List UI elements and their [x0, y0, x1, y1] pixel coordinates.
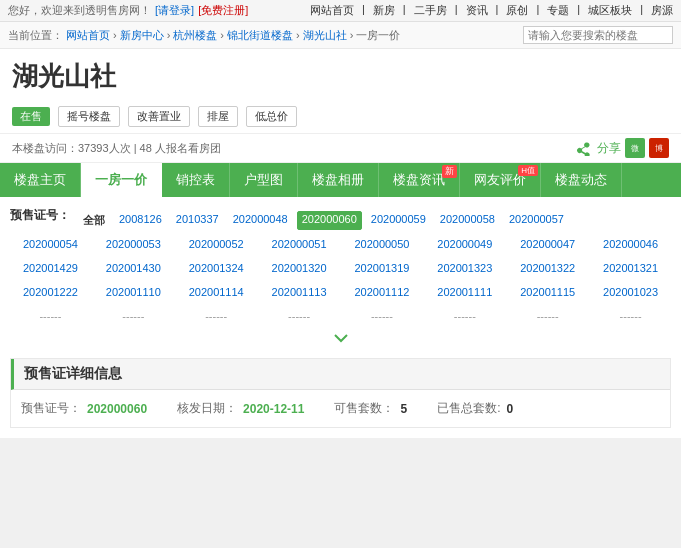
cert-all[interactable]: 全部: [78, 211, 110, 230]
top-bar-right: 网站首页| 新房| 二手房| 资讯| 原创| 专题| 城区板块| 房源: [310, 3, 673, 18]
top-bar-left: 您好，欢迎来到透明售房网！ [请登录] [免费注册]: [8, 3, 248, 18]
top-bar: 您好，欢迎来到透明售房网！ [请登录] [免费注册] 网站首页| 新房| 二手房…: [0, 0, 681, 22]
stats-bar: 本楼盘访问：37393人次 | 48 人报名看房团 分享 微 博: [0, 134, 681, 163]
cert-202001320[interactable]: 202001320: [259, 258, 340, 278]
cert-filter: 预售证号： 全部 2008126 2010337 202000048 20200…: [10, 207, 671, 350]
status-badge: 在售: [12, 107, 50, 126]
cert-202000053[interactable]: 202000053: [93, 234, 174, 254]
tab-control[interactable]: 销控表: [162, 163, 230, 197]
nav-original[interactable]: 原创: [506, 3, 528, 18]
available-count-label: 可售套数：: [334, 400, 394, 417]
cert-202000058[interactable]: 202000058: [435, 211, 500, 230]
breadcrumb-street[interactable]: 锦北街道楼盘: [227, 28, 293, 43]
cert-202000049[interactable]: 202000049: [424, 234, 505, 254]
tab-layout[interactable]: 户型图: [230, 163, 298, 197]
cert-202000051[interactable]: 202000051: [259, 234, 340, 254]
cert-2010337[interactable]: 2010337: [171, 211, 224, 230]
cert-202000047[interactable]: 202000047: [507, 234, 588, 254]
tab-review[interactable]: 网友评价H值: [460, 163, 541, 197]
tab-news[interactable]: 楼盘资讯新: [379, 163, 460, 197]
tab-price[interactable]: 一房一价: [81, 163, 162, 197]
nav-tabs: 楼盘主页 一房一价 销控表 户型图 楼盘相册 楼盘资讯新 网友评价H值 楼盘动态: [0, 163, 681, 197]
nav-news[interactable]: 资讯: [466, 3, 488, 18]
cert-dimmed-1: ------: [10, 306, 91, 326]
cert-202001429[interactable]: 202001429: [10, 258, 91, 278]
lottery-button[interactable]: 摇号楼盘: [58, 106, 120, 127]
nav-second[interactable]: 二手房: [414, 3, 447, 18]
sold-count-label: 已售总套数:: [437, 400, 500, 417]
cert-number-label: 预售证号：: [21, 400, 81, 417]
improve-button[interactable]: 改善置业: [128, 106, 190, 127]
wechat-share-icon[interactable]: 微: [625, 138, 645, 158]
detail-section: 预售证详细信息 预售证号： 202000060 核发日期： 2020-12-11…: [10, 358, 671, 428]
cert-number-value: 202000060: [87, 402, 147, 416]
nav-topic[interactable]: 专题: [547, 3, 569, 18]
breadcrumb-property[interactable]: 湖光山社: [303, 28, 347, 43]
cert-202001115[interactable]: 202001115: [507, 282, 588, 302]
cert-202001222[interactable]: 202001222: [10, 282, 91, 302]
visit-stats: 本楼盘访问：37393人次 | 48 人报名看房团: [12, 141, 221, 156]
nav-district[interactable]: 城区板块: [588, 3, 632, 18]
news-badge: 新: [442, 165, 457, 178]
cert-202001110[interactable]: 202001110: [93, 282, 174, 302]
search-box: [523, 26, 673, 44]
nav-home[interactable]: 网站首页: [310, 3, 354, 18]
nav-source[interactable]: 房源: [651, 3, 673, 18]
cert-202000059[interactable]: 202000059: [366, 211, 431, 230]
cert-202000054[interactable]: 202000054: [10, 234, 91, 254]
cert-202001324[interactable]: 202001324: [176, 258, 257, 278]
wechat-icon: 微: [628, 141, 642, 155]
cert-2008126[interactable]: 2008126: [114, 211, 167, 230]
cert-202001321[interactable]: 202001321: [590, 258, 671, 278]
page-title: 湖光山社: [12, 59, 669, 94]
cert-dimmed-2: ------: [93, 306, 174, 326]
cert-dimmed-5: ------: [342, 306, 423, 326]
cert-202001323[interactable]: 202001323: [424, 258, 505, 278]
cert-202001430[interactable]: 202001430: [93, 258, 174, 278]
tab-main[interactable]: 楼盘主页: [0, 163, 81, 197]
cert-grid-row4: 202001222 202001110 202001114 202001113 …: [10, 282, 671, 302]
issue-date-value: 2020-12-11: [243, 402, 304, 416]
cert-tags: 全部 2008126 2010337 202000048 202000060 2…: [78, 211, 569, 230]
svg-text:博: 博: [655, 144, 663, 153]
nav-new[interactable]: 新房: [373, 3, 395, 18]
cert-202001023[interactable]: 202001023: [590, 282, 671, 302]
breadcrumb-newhouse[interactable]: 新房中心: [120, 28, 164, 43]
share-label[interactable]: 分享: [576, 140, 621, 157]
page-header: 湖光山社: [0, 49, 681, 100]
more-arrow[interactable]: [10, 326, 671, 350]
breadcrumb-home[interactable]: 网站首页: [66, 28, 110, 43]
cert-202001322[interactable]: 202001322: [507, 258, 588, 278]
cert-202001112[interactable]: 202001112: [342, 282, 423, 302]
breadcrumb-hz[interactable]: 杭州楼盘: [173, 28, 217, 43]
cert-202000057[interactable]: 202000057: [504, 211, 569, 230]
share-icon: [576, 140, 592, 156]
register-link[interactable]: [免费注册]: [198, 3, 248, 18]
cert-dimmed-4: ------: [259, 306, 340, 326]
tab-dynamic[interactable]: 楼盘动态: [541, 163, 622, 197]
cert-202001113[interactable]: 202001113: [259, 282, 340, 302]
available-count-value: 5: [400, 402, 407, 416]
login-link[interactable]: [请登录]: [155, 3, 194, 18]
cert-202000060[interactable]: 202000060: [297, 211, 362, 230]
action-bar: 在售 摇号楼盘 改善置业 排屋 低总价: [0, 100, 681, 134]
cert-202000046[interactable]: 202000046: [590, 234, 671, 254]
tab-album[interactable]: 楼盘相册: [298, 163, 379, 197]
cert-202001114[interactable]: 202001114: [176, 282, 257, 302]
detail-body: 预售证号： 202000060 核发日期： 2020-12-11 可售套数： 5…: [11, 390, 670, 427]
rowhouse-button[interactable]: 排屋: [198, 106, 238, 127]
cert-202000052[interactable]: 202000052: [176, 234, 257, 254]
svg-text:微: 微: [631, 144, 639, 153]
cert-202000050[interactable]: 202000050: [342, 234, 423, 254]
lowprice-button[interactable]: 低总价: [246, 106, 297, 127]
sina-share-icon[interactable]: 博: [649, 138, 669, 158]
cert-202001111[interactable]: 202001111: [424, 282, 505, 302]
cert-dimmed-8: ------: [590, 306, 671, 326]
breadcrumb: 当前位置： 网站首页 › 新房中心 › 杭州楼盘 › 锦北街道楼盘 › 湖光山社…: [0, 22, 681, 49]
cert-202000048[interactable]: 202000048: [228, 211, 293, 230]
review-badge: H值: [518, 165, 538, 176]
cert-202001319[interactable]: 202001319: [342, 258, 423, 278]
sold-count-value: 0: [507, 402, 514, 416]
search-input[interactable]: [523, 26, 673, 44]
cert-dimmed-6: ------: [424, 306, 505, 326]
